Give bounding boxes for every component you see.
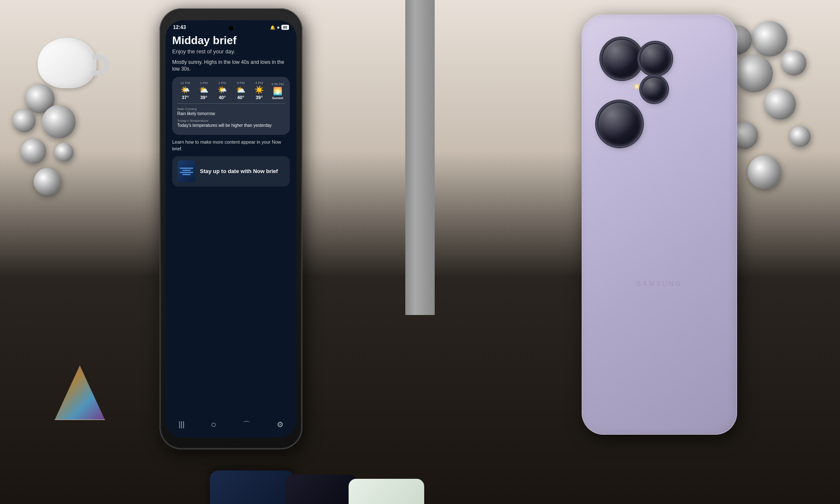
brief-subtitle: Enjoy the rest of your day. (172, 48, 290, 55)
camera-lens-periscope (598, 103, 640, 145)
weather-info: Rain Coming Rain likely tomorrow Today's… (177, 103, 285, 128)
phone-back: SAMSUNG (582, 15, 737, 435)
notification-icon: 🔔 (270, 25, 275, 30)
front-camera (229, 26, 234, 31)
rain-info: Rain Coming Rain likely tomorrow (177, 107, 285, 116)
camera-module (594, 40, 678, 158)
camera-lens-main (603, 40, 640, 78)
samsung-logo: SAMSUNG (637, 280, 682, 288)
silver-balls-left (8, 84, 92, 210)
phone-fg-left (210, 470, 294, 504)
now-brief-label: Stay up to date with Now brief (200, 168, 278, 175)
camera-sensor (634, 84, 639, 89)
status-icons: 🔔 ★ 85 (270, 25, 289, 30)
learn-more-text: Learn how to make more content appear in… (172, 139, 290, 152)
weather-hours: 12 PM 🌤️ 37° 1 PM ⛅ 39° 2 PM 🌤️ 40 (177, 81, 285, 100)
nav-settings[interactable]: ⚙ (277, 420, 284, 429)
phone-fg-right (349, 479, 424, 504)
nav-bar: ||| ○ ⌒ ⚙ (165, 415, 297, 435)
brief-title: Midday brief (172, 34, 290, 47)
weather-hour-1pm: 1 PM ⛅ 39° (196, 81, 212, 100)
weather-hour-3pm: 3 PM ⛅ 40° (233, 81, 249, 100)
crystal-prism (55, 365, 105, 420)
phone-fg-center (286, 475, 357, 504)
weather-description: Mostly sunny. Highs in the low 40s and l… (172, 59, 290, 73)
now-brief-card[interactable]: Stay up to date with Now brief (172, 156, 290, 186)
camera-lens-ultrawide (643, 78, 666, 101)
weather-card: 12 PM 🌤️ 37° 1 PM ⛅ 39° 2 PM 🌤️ 40 (172, 77, 290, 135)
weather-hour-2pm: 2 PM 🌤️ 40° (214, 81, 230, 100)
phone-screen: 12:43 🔔 ★ 85 Midday brief Enjoy the rest… (165, 20, 297, 438)
nav-home[interactable]: ○ (211, 419, 216, 430)
nav-recents[interactable]: ||| (178, 420, 184, 429)
cup-decoration (34, 25, 109, 92)
phone-front: 12:43 🔔 ★ 85 Midday brief Enjoy the rest… (160, 8, 302, 449)
nav-up[interactable]: ⌒ (243, 420, 250, 430)
weather-hour-sunset: 4:55 PM 🌅 Sunset (270, 82, 285, 100)
battery-icon: 85 (281, 25, 289, 30)
weather-hour-12pm: 12 PM 🌤️ 37° (177, 81, 193, 100)
screen-content: Midday brief Enjoy the rest of your day.… (165, 32, 297, 435)
camera-lens-telephoto (640, 44, 670, 74)
temp-info: Today's Temperature Today's temperatures… (177, 119, 285, 128)
star-icon: ★ (276, 25, 280, 30)
concrete-post (405, 0, 435, 315)
weather-hour-4pm: 4 PM ☀️ 39° (251, 81, 267, 100)
now-brief-thumbnail (177, 160, 196, 182)
status-time: 12:43 (173, 24, 186, 30)
